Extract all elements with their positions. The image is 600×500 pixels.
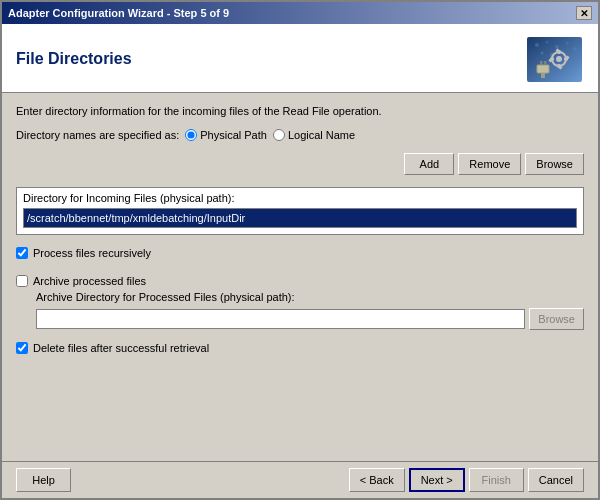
header-section: File Directories <box>2 24 598 93</box>
back-button[interactable]: < Back <box>349 468 405 492</box>
svg-rect-18 <box>537 65 549 73</box>
directory-names-row: Directory names are specified as: Physic… <box>16 129 584 141</box>
archive-path-input[interactable] <box>36 309 525 329</box>
svg-rect-19 <box>540 61 543 65</box>
delete-checkbox[interactable] <box>16 342 28 354</box>
radio-physical-label[interactable]: Physical Path <box>185 129 267 141</box>
title-bar: Adapter Configuration Wizard - Step 5 of… <box>2 2 598 24</box>
browse-button[interactable]: Browse <box>525 153 584 175</box>
incoming-path-input[interactable] <box>23 208 577 228</box>
delete-label[interactable]: Delete files after successful retrieval <box>33 342 209 354</box>
svg-point-1 <box>535 43 539 47</box>
cancel-button[interactable]: Cancel <box>528 468 584 492</box>
action-buttons-row: Add Remove Browse <box>16 153 584 175</box>
next-button[interactable]: Next > <box>409 468 465 492</box>
main-content: Enter directory information for the inco… <box>2 93 598 461</box>
archive-path-label: Archive Directory for Processed Files (p… <box>36 291 584 303</box>
svg-rect-20 <box>544 61 547 65</box>
footer-nav-buttons: < Back Next > Finish Cancel <box>349 468 584 492</box>
directory-names-label: Directory names are specified as: <box>16 129 179 141</box>
header-icon <box>524 34 584 84</box>
incoming-files-group: Directory for Incoming Files (physical p… <box>16 187 584 235</box>
recursive-label[interactable]: Process files recursively <box>33 247 151 259</box>
finish-button[interactable]: Finish <box>469 468 524 492</box>
svg-rect-0 <box>527 37 582 82</box>
archive-inner: Archive Directory for Processed Files (p… <box>36 291 584 330</box>
incoming-group-label: Directory for Incoming Files (physical p… <box>23 192 577 204</box>
page-title: File Directories <box>16 50 132 68</box>
svg-rect-21 <box>541 73 545 78</box>
svg-point-2 <box>545 40 548 43</box>
archive-path-row: Browse <box>36 308 584 330</box>
svg-point-9 <box>556 56 562 62</box>
info-text: Enter directory information for the inco… <box>16 105 584 117</box>
archive-section: Archive processed files Archive Director… <box>16 271 584 330</box>
archive-row: Archive processed files <box>16 275 584 287</box>
archive-checkbox[interactable] <box>16 275 28 287</box>
delete-row: Delete files after successful retrieval <box>16 342 584 354</box>
archive-browse-button[interactable]: Browse <box>529 308 584 330</box>
footer: Help < Back Next > Finish Cancel <box>2 461 598 498</box>
radio-physical-text: Physical Path <box>200 129 267 141</box>
remove-button[interactable]: Remove <box>458 153 521 175</box>
svg-point-4 <box>565 41 568 44</box>
radio-logical-label[interactable]: Logical Name <box>273 129 355 141</box>
wizard-window: Adapter Configuration Wizard - Step 5 of… <box>0 0 600 500</box>
archive-label[interactable]: Archive processed files <box>33 275 146 287</box>
radio-logical[interactable] <box>273 129 285 141</box>
svg-point-5 <box>573 47 577 51</box>
radio-logical-text: Logical Name <box>288 129 355 141</box>
help-button[interactable]: Help <box>16 468 71 492</box>
close-button[interactable]: ✕ <box>576 6 592 20</box>
radio-physical[interactable] <box>185 129 197 141</box>
recursive-row: Process files recursively <box>16 247 584 259</box>
svg-point-6 <box>540 51 543 54</box>
add-button[interactable]: Add <box>404 153 454 175</box>
title-bar-text: Adapter Configuration Wizard - Step 5 of… <box>8 7 229 19</box>
svg-point-3 <box>555 45 559 49</box>
recursive-checkbox[interactable] <box>16 247 28 259</box>
